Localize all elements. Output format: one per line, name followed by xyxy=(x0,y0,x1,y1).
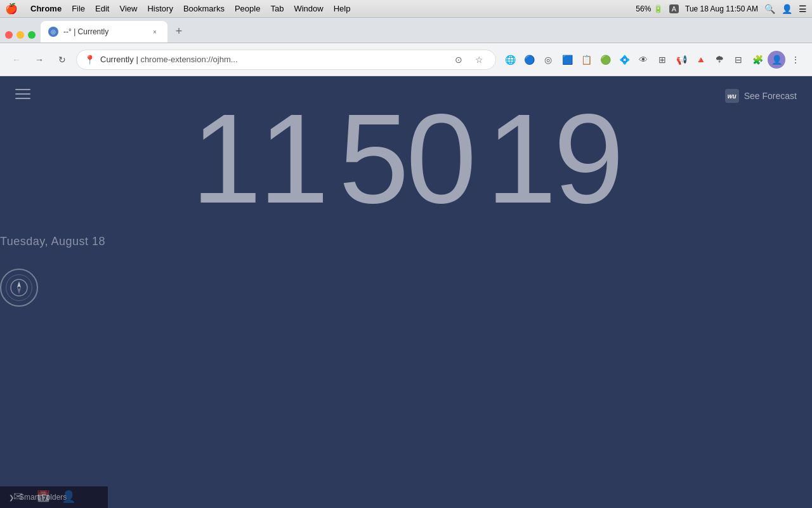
menubar-bookmarks[interactable]: Bookmarks xyxy=(183,4,225,13)
new-tab-button[interactable]: + xyxy=(170,22,188,40)
address-bar[interactable]: 📍 Currently | chrome-extension://ojhm...… xyxy=(76,50,496,70)
menubar-right: 56% 🔋 A Tue 18 Aug 11:50 AM 🔍 👤 ☰ xyxy=(636,4,807,14)
hamburger-menu-button[interactable] xyxy=(15,89,30,99)
forward-button[interactable]: → xyxy=(30,51,48,69)
menubar-history[interactable]: History xyxy=(147,4,173,13)
spotlight-icon[interactable]: 🔍 xyxy=(764,4,775,14)
toolbar-icon-grid[interactable]: ⊞ xyxy=(653,51,671,69)
see-forecast-label: See Forecast xyxy=(744,91,797,101)
toolbar-icon-triangle[interactable]: 🔺 xyxy=(691,51,709,69)
control-center-icon[interactable]: ☰ xyxy=(799,4,807,14)
svg-marker-2 xyxy=(17,288,21,294)
menubar-window[interactable]: Window xyxy=(294,4,323,13)
toolbar-icons: 🌐 🔵 ◎ 🟦 📋 🟢 💠 👁 ⊞ 📢 🔺 🌩 ⊟ 🧩 👤 ⋮ xyxy=(501,51,804,69)
toolbar-icon-diamond[interactable]: 💠 xyxy=(615,51,633,69)
date-display: Tuesday, August 18 xyxy=(0,235,812,248)
address-text: Currently | chrome-extension://ojhm... xyxy=(100,55,445,64)
time-display: 11 50 19 xyxy=(0,95,812,222)
toolbar-icon-box1[interactable]: 🟦 xyxy=(558,51,576,69)
close-window-button[interactable] xyxy=(5,31,13,39)
battery-indicator: 56% 🔋 xyxy=(636,4,662,13)
menubar-app-name[interactable]: Chrome xyxy=(30,4,62,13)
address-actions: ⊙ ☆ xyxy=(450,51,488,69)
calendar-icon[interactable]: 📅 xyxy=(36,489,51,504)
menubar-file[interactable]: File xyxy=(72,4,85,13)
back-button[interactable]: ← xyxy=(8,51,25,69)
menu-line-2 xyxy=(15,93,30,95)
maximize-window-button[interactable] xyxy=(28,31,36,39)
toolbar-icon-clipboard[interactable]: 📋 xyxy=(577,51,595,69)
menu-line-1 xyxy=(15,89,30,90)
toolbar-icon-globe[interactable]: 🌐 xyxy=(501,51,519,69)
tab-title: --° | Currently xyxy=(63,27,145,36)
toolbar-icon-cloud[interactable]: 🌩 xyxy=(710,51,728,69)
profile-button[interactable]: 👤 xyxy=(768,51,785,69)
location-button[interactable]: ⊙ xyxy=(450,51,468,69)
bookmark-star-button[interactable]: ☆ xyxy=(470,51,488,69)
profile-icon[interactable]: 👤 xyxy=(782,4,792,14)
currently-app: wu See Forecast 11 50 19 Tuesday, August… xyxy=(0,76,812,508)
time-minutes: 50 xyxy=(339,95,473,222)
datetime-display: Tue 18 Aug 11:50 AM xyxy=(685,4,758,13)
chrome-menu-button[interactable]: ⋮ xyxy=(787,51,804,69)
contacts-icon[interactable]: 👤 xyxy=(61,489,76,504)
time-hours: 11 xyxy=(191,95,325,222)
menubar: 🍎 Chrome File Edit View History Bookmark… xyxy=(0,0,812,18)
toolbar-icon-target[interactable]: ◎ xyxy=(539,51,557,69)
apple-menu[interactable]: 🍎 xyxy=(5,3,18,15)
secure-icon: 📍 xyxy=(84,55,95,65)
menubar-left: 🍎 Chrome File Edit View History Bookmark… xyxy=(5,3,625,15)
compass-button[interactable] xyxy=(0,269,38,307)
menubar-people[interactable]: People xyxy=(235,4,260,13)
minimize-window-button[interactable] xyxy=(16,31,24,39)
tab-favicon xyxy=(48,27,58,37)
bottom-left-icons: ✉ 📅 👤 xyxy=(0,489,86,504)
svg-marker-1 xyxy=(17,281,21,288)
time-seconds: 19 xyxy=(486,95,620,222)
toolbar-icon-eye[interactable]: 👁 xyxy=(634,51,652,69)
chrome-addressbar: ← → ↻ 📍 Currently | chrome-extension://o… xyxy=(0,43,812,76)
menubar-help[interactable]: Help xyxy=(334,4,351,13)
toolbar-icon-circle[interactable]: 🔵 xyxy=(520,51,538,69)
reload-button[interactable]: ↻ xyxy=(53,51,71,69)
menubar-edit[interactable]: Edit xyxy=(95,4,109,13)
active-tab[interactable]: --° | Currently × xyxy=(41,21,167,43)
toolbar-icon-green[interactable]: 🟢 xyxy=(596,51,614,69)
wu-logo-icon: wu xyxy=(725,89,739,103)
menubar-view[interactable]: View xyxy=(119,4,137,13)
see-forecast-button[interactable]: wu See Forecast xyxy=(725,89,797,103)
menu-line-3 xyxy=(15,98,30,99)
mail-icon[interactable]: ✉ xyxy=(10,489,25,504)
window-controls xyxy=(5,31,41,43)
chrome-tabbar: --° | Currently × + xyxy=(0,18,812,43)
extensions-button[interactable]: 🧩 xyxy=(749,51,766,69)
menubar-tab[interactable]: Tab xyxy=(270,4,284,13)
toolbar-icon-mega[interactable]: 📢 xyxy=(672,51,690,69)
address-path: chrome-extension://ojhm... xyxy=(140,55,237,64)
tab-close-button[interactable]: × xyxy=(150,27,160,37)
a-icon: A xyxy=(669,4,679,13)
compass-inner-icon xyxy=(6,274,32,301)
toolbar-icon-layout[interactable]: ⊟ xyxy=(730,51,747,69)
address-origin: Currently xyxy=(100,55,134,64)
